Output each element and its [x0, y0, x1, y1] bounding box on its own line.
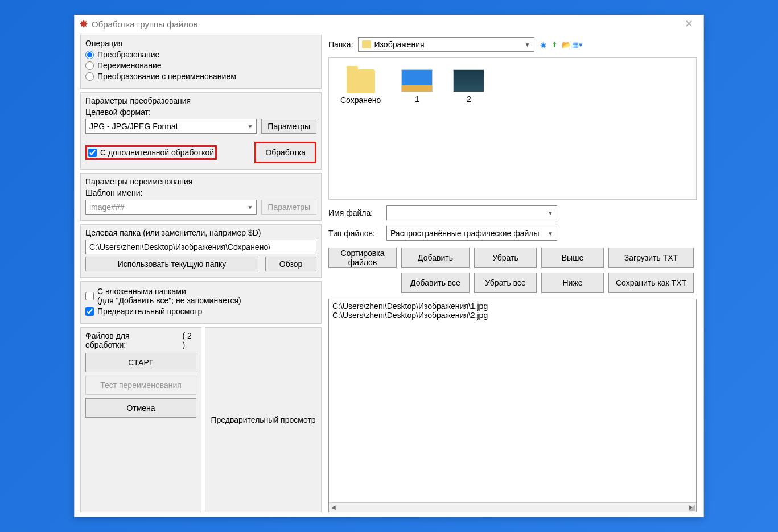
radio-rename-label: Переименование: [97, 61, 162, 70]
thumb-label: Сохранено: [340, 96, 381, 105]
filename-combo[interactable]: ▼: [386, 205, 557, 220]
folder-combo[interactable]: Изображения ▼: [358, 37, 534, 52]
back-icon[interactable]: ◉: [539, 40, 548, 49]
radio-rename-input[interactable]: [85, 61, 94, 70]
format-combo[interactable]: JPG - JPG/JPEG Format ▼: [85, 119, 257, 134]
horizontal-scrollbar[interactable]: ◀ ▶: [329, 502, 696, 512]
add-button[interactable]: Добавить: [401, 248, 470, 268]
titlebar: Обработка группы файлов ✕: [75, 15, 703, 32]
sort-files-label: Сортировка файлов: [335, 249, 390, 267]
thumb-label: 2: [467, 94, 471, 104]
view-icon[interactable]: ▦▾: [573, 40, 582, 49]
files-count-label: Файлов для обработки:: [85, 331, 171, 349]
template-combo[interactable]: image### ▼: [85, 200, 257, 215]
list-item[interactable]: C:\Users\zheni\Desktop\Изображения\1.jpg: [332, 302, 693, 311]
add-all-button[interactable]: Добавить все: [401, 273, 470, 293]
format-label: Целевой формат:: [85, 108, 316, 117]
processing-button[interactable]: Обработка: [254, 142, 316, 163]
chevron-down-icon: ▼: [247, 123, 253, 130]
image-thumbnail-icon: [401, 69, 433, 92]
chevron-down-icon: ▼: [548, 230, 553, 237]
preview-check[interactable]: Предварительный просмотр: [85, 307, 316, 316]
down-button[interactable]: Ниже: [541, 273, 604, 293]
test-rename-button: Тест переименования: [85, 376, 196, 395]
filetype-combo[interactable]: Распространённые графические файлы ▼: [386, 226, 557, 241]
folder-icon: [362, 40, 371, 48]
extra-processing-label: С дополнительной обработкой: [100, 148, 214, 157]
filetype-label: Тип файлов:: [328, 229, 380, 238]
resize-grip-icon[interactable]: [688, 503, 695, 511]
preview-pane: Предварительный просмотр: [205, 327, 322, 512]
browse-button[interactable]: Обзор: [265, 257, 316, 271]
format-value: JPG - JPG/JPEG Format: [89, 122, 178, 131]
file-list[interactable]: C:\Users\zheni\Desktop\Изображения\1.jpg…: [328, 299, 697, 512]
thumb-image-1[interactable]: 1: [401, 69, 433, 104]
operation-title: Операция: [85, 39, 316, 48]
radio-rename[interactable]: Переименование: [85, 61, 316, 70]
scroll-left-icon[interactable]: ◀: [329, 504, 338, 510]
extra-processing-check[interactable]: С дополнительной обработкой: [85, 145, 217, 160]
batch-dialog: Обработка группы файлов ✕ Операция Преоб…: [74, 15, 704, 517]
folder-icon: [347, 69, 375, 93]
chevron-down-icon: ▼: [525, 42, 530, 48]
app-icon: [79, 19, 88, 28]
format-params-button[interactable]: Параметры: [261, 119, 316, 134]
new-folder-icon[interactable]: 📂: [562, 40, 571, 49]
thumbnail-pane[interactable]: Сохранено 1 2: [328, 57, 697, 200]
folder-label: Папка:: [328, 40, 353, 49]
sort-files-button[interactable]: Сортировка файлов: [328, 248, 397, 268]
preview-label: Предварительный просмотр: [97, 307, 202, 316]
image-thumbnail-icon: [453, 69, 484, 92]
chevron-down-icon: ▼: [548, 210, 553, 216]
operation-group: Операция Преобразование Переименование П…: [80, 35, 322, 89]
remove-button[interactable]: Убрать: [474, 248, 537, 268]
window-title: Обработка группы файлов: [92, 19, 197, 29]
options-group: С вложенными папками (для "Добавить все"…: [80, 281, 322, 324]
radio-convert-rename-label: Преобразование с переименованием: [97, 72, 236, 81]
folder-value: Изображения: [374, 40, 425, 49]
subfolders-checkbox[interactable]: [85, 292, 94, 300]
target-folder-group: Целевая папка (или заменители, например …: [80, 224, 322, 278]
close-icon[interactable]: ✕: [679, 18, 699, 30]
thumb-image-2[interactable]: 2: [453, 69, 484, 104]
radio-convert[interactable]: Преобразование: [85, 50, 316, 59]
remove-all-button[interactable]: Убрать все: [474, 273, 537, 293]
radio-convert-label: Преобразование: [97, 50, 159, 59]
up-icon[interactable]: ⬆: [550, 40, 559, 49]
target-folder-input[interactable]: [85, 240, 316, 254]
files-count-value: ( 2 ): [182, 331, 196, 349]
subfolders-label: С вложенными папками: [97, 287, 186, 296]
conversion-group: Параметры преобразования Целевой формат:…: [80, 92, 322, 170]
chevron-down-icon: ▼: [247, 204, 253, 211]
template-label: Шаблон имени:: [85, 188, 316, 197]
thumb-label: 1: [415, 94, 419, 104]
subfolders-note: (для "Добавить все"; не запоминается): [97, 296, 241, 305]
extra-processing-checkbox[interactable]: [88, 149, 97, 157]
folder-row: Папка: Изображения ▼ ◉ ⬆ 📂 ▦▾: [328, 37, 697, 52]
filetype-value: Распространённые графические файлы: [390, 229, 540, 238]
actions-group: Файлов для обработки: ( 2 ) СТАРТ Тест п…: [80, 327, 201, 512]
template-value: image###: [89, 203, 125, 212]
thumb-folder[interactable]: Сохранено: [340, 69, 381, 105]
rename-group: Параметры переименования Шаблон имени: i…: [80, 173, 322, 221]
save-txt-button[interactable]: Сохранить как TXT: [608, 273, 694, 293]
subfolders-check[interactable]: С вложенными папками (для "Добавить все"…: [85, 287, 316, 305]
rename-title: Параметры переименования: [85, 177, 316, 186]
load-txt-button[interactable]: Загрузить TXT: [608, 248, 694, 268]
target-folder-label: Целевая папка (или заменители, например …: [85, 228, 316, 237]
list-item[interactable]: C:\Users\zheni\Desktop\Изображения\2.jpg: [332, 311, 693, 320]
cancel-button[interactable]: Отмена: [85, 398, 196, 418]
preview-checkbox[interactable]: [85, 307, 94, 316]
radio-convert-input[interactable]: [85, 51, 94, 59]
filename-label: Имя файла:: [328, 208, 380, 217]
start-button[interactable]: СТАРТ: [85, 353, 196, 372]
radio-convert-rename-input[interactable]: [85, 72, 94, 81]
rename-params-button: Параметры: [261, 200, 316, 215]
preview-pane-label: Предварительный просмотр: [211, 415, 315, 424]
radio-convert-rename[interactable]: Преобразование с переименованием: [85, 72, 316, 81]
up-button[interactable]: Выше: [541, 248, 604, 268]
conversion-title: Параметры преобразования: [85, 96, 316, 105]
use-current-folder-button[interactable]: Использовать текущую папку: [85, 257, 258, 271]
